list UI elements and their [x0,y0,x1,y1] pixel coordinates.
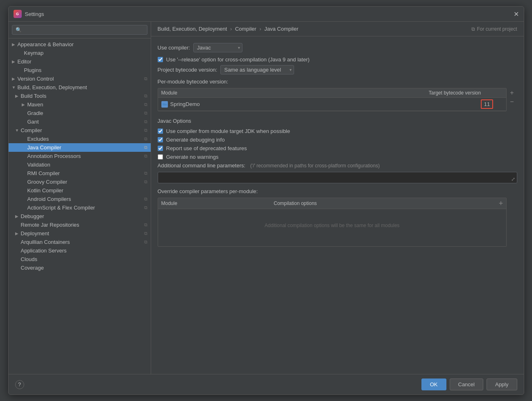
arrow-icon: ▶ [12,59,18,64]
compiler-select-wrapper: Javac ▾ [193,43,242,52]
table-row: SpringDemo 11 [158,98,507,111]
override-col-compile: Compilation options [274,200,498,206]
javac-option-label-3: Generate no warnings [166,154,219,160]
copy-icon: ⧉ [144,110,147,116]
sidebar-item-rmi-compiler[interactable]: RMI Compiler ⧉ [9,169,151,178]
sidebar-item-debugger[interactable]: ▶ Debugger [9,212,151,221]
override-label: Override compiler parameters per-module: [158,188,517,194]
module-name: SpringDemo [161,101,412,108]
arrow-icon: ▶ [22,102,27,107]
sidebar-item-maven[interactable]: ▶ Maven ⧉ [9,100,151,109]
cmd-hint: ('/' recommended in paths for cross-plat… [250,163,380,169]
sidebar-item-plugins[interactable]: Plugins [9,66,151,74]
copy-icon: ⧉ [144,145,147,150]
arrow-icon: ▼ [12,85,18,90]
project-bytecode-label: Project bytecode version: [158,67,217,73]
action-buttons: OK Cancel Apply [421,378,517,390]
sidebar-item-keymap[interactable]: Keymap [9,49,151,57]
use-release-label: Use '--release' option for cross-compila… [166,56,310,63]
sidebar-item-validation[interactable]: Validation [9,160,151,169]
sidebar-item-java-compiler[interactable]: Java Compiler ⧉ [9,143,151,152]
sidebar-item-gant[interactable]: Gant ⧉ [9,117,151,126]
version-cell: 11 [411,99,493,109]
panel-body: Use compiler: Javac ▾ Use '--release' op… [151,36,524,374]
sidebar-item-coverage[interactable]: Coverage [9,264,151,272]
javac-option-label-2: Report use of deprecated features [166,145,247,151]
settings-dialog: G Settings ✕ ▶ Appearance & Behavior [8,6,524,395]
apply-button[interactable]: Apply [487,378,517,390]
sidebar-tree: ▶ Appearance & Behavior Keymap ▶ Editor [9,38,151,374]
add-module-button[interactable]: + [508,89,515,97]
bytecode-select[interactable]: Same as language level [220,65,294,74]
version-value: 11 [481,99,493,109]
arrow-icon: ▼ [15,128,21,133]
close-button[interactable]: ✕ [514,10,519,18]
sidebar-item-kotlin-compiler[interactable]: Kotlin Compiler [9,186,151,195]
arrow-icon: ▶ [12,42,18,47]
sidebar-item-clouds[interactable]: Clouds [9,255,151,264]
sidebar: ▶ Appearance & Behavior Keymap ▶ Editor [9,22,151,374]
col-module-header: Module [161,90,412,96]
sidebar-item-compiler[interactable]: ▼ Compiler ⧉ [9,126,151,135]
javac-option-3: Generate no warnings [158,154,517,160]
panel-header: Build, Execution, Deployment › Compiler … [151,22,524,36]
project-bytecode-row: Project bytecode version: Same as langua… [158,65,517,74]
sidebar-item-version-control[interactable]: ▶ Version Control ⧉ [9,74,151,83]
copy-icon: ⧉ [144,153,147,159]
sidebar-item-appearance[interactable]: ▶ Appearance & Behavior [9,40,151,49]
use-compiler-label: Use compiler: [158,45,190,51]
for-project: ⧉ For current project [471,26,517,32]
copy-icon: ⧉ [144,93,147,99]
sidebar-item-gradle[interactable]: Gradle ⧉ [9,109,151,117]
compiler-select[interactable]: Javac [193,43,242,52]
javac-options-section: Javac Options Use compiler from module t… [158,118,517,183]
sidebar-item-arquillian[interactable]: Arquillian Containers ⧉ [9,238,151,246]
javac-option-label-0: Use compiler from module target JDK when… [166,128,290,134]
override-section: Override compiler parameters per-module:… [158,188,517,247]
copy-icon: ⧉ [144,76,147,81]
sidebar-item-app-servers[interactable]: Application Servers [9,246,151,255]
sidebar-item-build-exec-deploy[interactable]: ▼ Build, Execution, Deployment [9,83,151,92]
use-compiler-row: Use compiler: Javac ▾ [158,43,517,52]
copy-icon: ⧉ [144,222,147,228]
sidebar-item-deployment[interactable]: ▶ Deployment ⧉ [9,229,151,238]
ok-button[interactable]: OK [421,378,446,390]
copy-icon: ⧉ [144,179,147,185]
arrow-icon: ▶ [15,231,21,236]
javac-checkbox-2[interactable] [158,146,163,151]
module-folder-icon [161,101,168,108]
remove-module-button[interactable]: − [508,98,515,106]
copy-icon: ⧉ [144,102,147,107]
copy-icon: ⧉ [144,171,147,176]
sidebar-item-android-compilers[interactable]: Android Compilers ⧉ [9,195,151,203]
cmd-params-row: Additional command line parameters: ('/'… [158,162,517,169]
sidebar-item-annotation-processors[interactable]: Annotation Processors ⧉ [9,152,151,160]
copy-icon: ⧉ [144,119,147,124]
sidebar-item-excludes[interactable]: Excludes ⧉ [9,135,151,143]
cmd-input-area[interactable]: ⤢ [158,172,517,183]
sidebar-item-actionscript[interactable]: ActionScript & Flex Compiler ⧉ [9,203,151,212]
app-icon: G [14,10,22,18]
javac-option-0: Use compiler from module target JDK when… [158,128,517,134]
help-button[interactable]: ? [15,380,24,389]
sidebar-item-build-tools[interactable]: ▶ Build Tools ⧉ [9,92,151,100]
override-table-header: Module Compilation options + [158,198,507,209]
javac-checkbox-0[interactable] [158,128,163,134]
use-release-checkbox[interactable] [158,57,163,62]
search-input[interactable] [12,25,147,35]
javac-checkbox-3[interactable] [158,154,163,160]
add-override-button[interactable]: + [499,200,503,207]
javac-checkbox-1[interactable] [158,137,163,142]
expand-icon: ⤢ [511,176,515,182]
sidebar-item-groovy-compiler[interactable]: Groovy Compiler ⧉ [9,178,151,186]
cancel-button[interactable]: Cancel [450,378,483,390]
col-version-header: Target bytecode version [411,90,493,96]
right-panel: Build, Execution, Deployment › Compiler … [151,22,524,374]
copy-icon: ⧉ [144,196,147,202]
sidebar-item-editor[interactable]: ▶ Editor [9,57,151,66]
use-release-row: Use '--release' option for cross-compila… [158,56,517,63]
sidebar-item-remote-jar[interactable]: Remote Jar Repositories ⧉ [9,221,151,229]
copy-icon: ⧉ [144,136,147,142]
override-table-container: Module Compilation options + Additional … [158,198,517,247]
arrow-icon: ▶ [12,77,18,81]
